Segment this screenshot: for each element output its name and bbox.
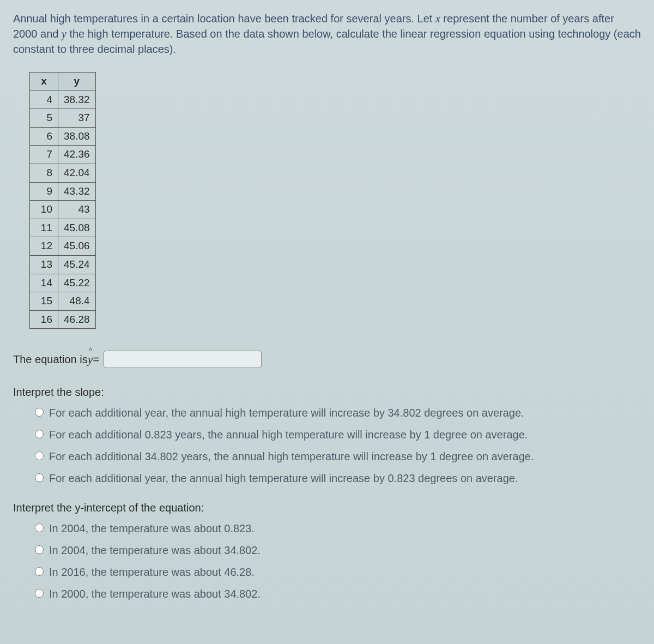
slope-radio-4[interactable] (35, 473, 44, 482)
intercept-option[interactable]: In 2004, the temperature was about 34.80… (35, 543, 641, 558)
intercept-options: In 2004, the temperature was about 0.823… (35, 521, 641, 601)
cell-y: 45.08 (58, 219, 96, 237)
table-row: 438.32 (30, 91, 96, 109)
intercept-radio-3[interactable] (35, 567, 44, 576)
cell-y: 43 (58, 201, 96, 219)
table-row: 1245.06 (30, 237, 96, 256)
intercept-option[interactable]: In 2016, the temperature was about 46.28… (35, 564, 641, 580)
slope-option[interactable]: For each additional year, the annual hig… (35, 405, 641, 420)
cell-x: 12 (30, 237, 58, 256)
col-header-y: y (58, 73, 96, 91)
slope-option-label: For each additional year, the annual hig… (49, 471, 518, 486)
cell-x: 11 (30, 219, 58, 237)
table-row: 1445.22 (30, 274, 96, 292)
variable-y: y (62, 28, 66, 40)
slope-radio-3[interactable] (35, 452, 44, 460)
cell-y: 42.04 (58, 164, 96, 182)
intercept-radio-1[interactable] (35, 523, 44, 532)
equals-sign: = (93, 352, 100, 367)
cell-y: 48.4 (58, 292, 96, 311)
cell-x: 5 (30, 109, 58, 128)
question-intro: Annual high temperatures in a certain lo… (13, 11, 641, 57)
cell-y: 38.08 (58, 127, 96, 146)
equation-label-prefix: The equation is (13, 352, 88, 367)
table-row: 638.08 (30, 127, 96, 146)
equation-row: The equation is y = (13, 351, 641, 368)
intercept-heading: Interpret the y-intercept of the equatio… (13, 500, 641, 515)
intercept-option-label: In 2004, the temperature was about 0.823… (49, 521, 255, 536)
data-table: x y 438.32 537 638.08 742.36 842.04 943.… (29, 72, 96, 329)
intercept-option-label: In 2000, the temperature was about 34.80… (49, 586, 261, 601)
cell-x: 15 (30, 292, 58, 311)
cell-x: 8 (30, 164, 58, 182)
equation-input[interactable] (104, 351, 262, 368)
slope-radio-2[interactable] (35, 430, 44, 438)
cell-y: 43.32 (58, 182, 96, 201)
table-row: 1548.4 (30, 292, 96, 311)
slope-heading: Interpret the slope: (13, 384, 641, 400)
table-row: 1043 (30, 201, 96, 219)
table-row: 1145.08 (30, 219, 96, 237)
table-row: 1646.28 (30, 310, 96, 329)
intercept-option-label: In 2016, the temperature was about 46.28… (49, 564, 255, 580)
cell-x: 9 (30, 182, 58, 201)
slope-option-label: For each additional year, the annual hig… (49, 405, 524, 420)
cell-y: 38.32 (58, 91, 96, 109)
cell-x: 14 (30, 274, 58, 292)
variable-x: x (435, 13, 440, 25)
slope-option[interactable]: For each additional 0.823 years, the ann… (35, 427, 641, 442)
cell-y: 46.28 (58, 310, 96, 329)
slope-radio-1[interactable] (35, 408, 44, 417)
cell-x: 13 (30, 255, 58, 274)
slope-option-label: For each additional 34.802 years, the an… (49, 449, 534, 464)
slope-option-label: For each additional 0.823 years, the ann… (49, 427, 528, 442)
table-row: 842.04 (30, 164, 96, 182)
intercept-option[interactable]: In 2004, the temperature was about 0.823… (35, 521, 641, 536)
intercept-radio-2[interactable] (35, 545, 44, 554)
intercept-option[interactable]: In 2000, the temperature was about 34.80… (35, 586, 641, 601)
y-hat: y (88, 351, 93, 368)
table-row: 943.32 (30, 182, 96, 201)
slope-options: For each additional year, the annual hig… (35, 405, 641, 486)
cell-y: 45.24 (58, 255, 96, 274)
cell-x: 4 (30, 91, 58, 109)
cell-x: 16 (30, 310, 58, 329)
intercept-radio-4[interactable] (35, 589, 44, 598)
table-row: 742.36 (30, 146, 96, 164)
intro-text-3: the high temperature. Based on the data … (13, 28, 641, 55)
col-header-x: x (30, 73, 58, 91)
cell-y: 45.22 (58, 274, 96, 292)
cell-x: 7 (30, 146, 58, 164)
cell-y: 45.06 (58, 237, 96, 256)
table-row: 537 (30, 109, 96, 128)
cell-y: 37 (58, 109, 96, 128)
slope-option[interactable]: For each additional year, the annual hig… (35, 471, 641, 486)
intro-text-1: Annual high temperatures in a certain lo… (13, 13, 435, 25)
cell-x: 10 (30, 201, 58, 219)
slope-option[interactable]: For each additional 34.802 years, the an… (35, 449, 641, 464)
table-header-row: x y (30, 73, 96, 91)
cell-x: 6 (30, 127, 58, 146)
cell-y: 42.36 (58, 146, 96, 164)
intercept-option-label: In 2004, the temperature was about 34.80… (49, 543, 261, 558)
table-row: 1345.24 (30, 255, 96, 274)
